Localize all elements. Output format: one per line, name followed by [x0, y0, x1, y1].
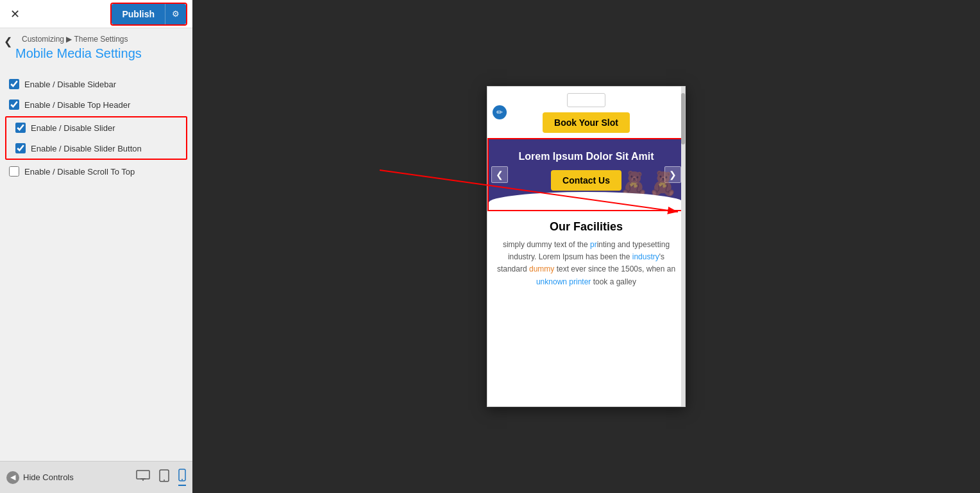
breadcrumb-arrow: ▶ — [66, 35, 72, 44]
breadcrumb-back-button[interactable]: ❮ — [4, 35, 12, 48]
contact-us-button[interactable]: Contact Us — [551, 170, 621, 191]
desktop-view-icon[interactable] — [136, 470, 150, 485]
mobile-frame: ✏ Book Your Slot ❮ ❯ Lorem Ipsum Dolor S… — [487, 86, 686, 407]
publish-button[interactable]: Publish — [112, 4, 165, 24]
input-bar — [487, 93, 685, 107]
book-slot-button[interactable]: Book Your Slot — [543, 112, 630, 133]
cloud-wave-decoration — [489, 192, 684, 210]
breadcrumb: Customizing ▶ Theme Settings — [22, 35, 185, 44]
checkbox-scroll-to-top[interactable]: Enable / Disable Scroll To Top — [0, 161, 192, 182]
checkbox-slider-input[interactable] — [15, 123, 26, 133]
hide-controls-label: Hide Controls — [23, 472, 74, 482]
book-slot-section: ✏ Book Your Slot — [487, 87, 685, 138]
hide-controls[interactable]: ◀ Hide Controls — [6, 471, 74, 484]
bottom-bar: ◀ Hide Controls — [0, 461, 192, 493]
edit-pencil-icon: ✏ — [493, 105, 507, 119]
theme-settings-label: Theme Settings — [74, 35, 128, 44]
facilities-title: Our Facilities — [495, 220, 677, 234]
highlight-printing: pr — [590, 240, 597, 249]
slider-prev-button[interactable]: ❮ — [491, 166, 508, 183]
publish-settings-button[interactable]: ⚙ — [165, 4, 186, 24]
highlight-unknown: unknown printer — [536, 277, 591, 286]
checkbox-slider-button[interactable]: Enable / Disable Slider Button — [6, 138, 186, 159]
section-title: Mobile Media Settings — [15, 46, 185, 61]
highlight-industry: industry — [632, 252, 659, 261]
slider-title: Lorem Ipsum Dolor Sit Amit — [495, 151, 677, 162]
svg-point-6 — [182, 479, 183, 480]
highlight-inting: inting — [597, 240, 616, 249]
mobile-scrollbar-thumb — [681, 93, 685, 144]
close-button[interactable]: ✕ — [5, 4, 25, 24]
checkbox-slider-button-input[interactable] — [15, 143, 26, 153]
left-panel: ✕ Publish ⚙ ❮ Customizing ▶ Theme Settin… — [0, 0, 192, 493]
svg-rect-0 — [137, 471, 149, 479]
customizing-label: Customizing — [22, 35, 64, 44]
preview-area: ✏ Book Your Slot ❮ ❯ Lorem Ipsum Dolor S… — [192, 0, 980, 493]
checkbox-top-header-label: Enable / Disable Top Header — [24, 100, 130, 110]
top-bar: ✕ Publish ⚙ — [0, 0, 192, 28]
slider-preview-section: ❮ ❯ Lorem Ipsum Dolor Sit Amit Contact U… — [487, 138, 685, 211]
mobile-scrollbar[interactable] — [681, 87, 685, 406]
slider-group: Enable / Disable Slider Enable / Disable… — [5, 116, 187, 160]
checkbox-top-header-input[interactable] — [9, 99, 19, 110]
tablet-view-icon[interactable] — [159, 469, 169, 485]
checkbox-slider-button-label: Enable / Disable Slider Button — [31, 144, 142, 153]
breadcrumb-area: ❮ Customizing ▶ Theme Settings Mobile Me… — [0, 28, 192, 69]
facilities-text: simply dummy text of the printing and ty… — [495, 239, 677, 288]
checkbox-top-header[interactable]: Enable / Disable Top Header — [0, 94, 192, 115]
publish-wrapper: Publish ⚙ — [110, 3, 187, 26]
mobile-view-icon[interactable] — [178, 469, 186, 486]
checkbox-scroll-to-top-input[interactable] — [9, 166, 19, 177]
hide-controls-icon: ◀ — [6, 471, 19, 484]
checkbox-slider-label: Enable / Disable Slider — [31, 123, 115, 133]
input-mock — [567, 93, 605, 107]
checkbox-slider[interactable]: Enable / Disable Slider — [6, 117, 186, 138]
checkbox-sidebar-input[interactable] — [9, 79, 19, 89]
checkbox-list: Enable / Disable Sidebar Enable / Disabl… — [0, 69, 192, 461]
checkbox-sidebar-label: Enable / Disable Sidebar — [24, 80, 116, 89]
highlight-dummy: dummy — [529, 264, 554, 273]
checkbox-scroll-to-top-label: Enable / Disable Scroll To Top — [24, 167, 135, 177]
view-icons — [136, 469, 186, 486]
facilities-section: Our Facilities simply dummy text of the … — [487, 211, 685, 295]
svg-point-4 — [164, 480, 165, 481]
checkbox-sidebar[interactable]: Enable / Disable Sidebar — [0, 74, 192, 94]
